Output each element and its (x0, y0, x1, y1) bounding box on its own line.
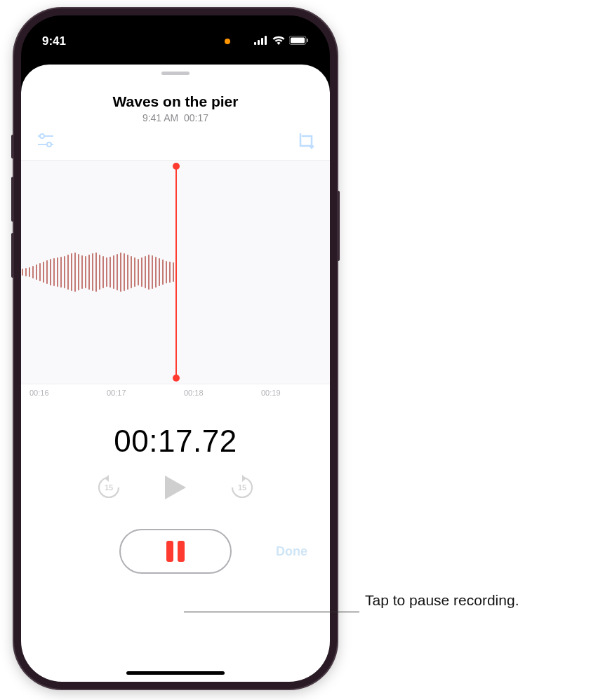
waveform-bar (162, 260, 164, 285)
waveform-bar (148, 255, 150, 290)
svg-point-8 (40, 134, 44, 138)
waveform-bar (131, 256, 132, 288)
waveform-bar (29, 267, 30, 277)
waveform-bar (46, 260, 48, 284)
waveform-bar (138, 259, 139, 285)
waveform-bar (95, 253, 97, 292)
skip-forward-15-button[interactable]: 15 (230, 475, 255, 503)
waveform-bar (43, 262, 44, 283)
pause-recording-button[interactable] (119, 529, 232, 574)
waveform-bar (39, 263, 41, 281)
waveform-bar (166, 261, 167, 283)
recording-time-label: 9:41 AM (142, 112, 178, 123)
waveform-bar (127, 255, 128, 290)
waveform-bar (71, 253, 72, 291)
svg-rect-1 (258, 40, 260, 45)
waveform-bar (25, 268, 27, 276)
waveform-bar (92, 253, 93, 291)
time-ruler: 00:16 00:17 00:18 00:19 (21, 384, 330, 404)
waveform-bar (88, 255, 90, 290)
dynamic-island (131, 31, 220, 56)
screen: 9:41 Waves on the pier 9:41 AM 00:17 (21, 15, 330, 682)
status-time: 9:41 (42, 34, 66, 48)
trim-icon[interactable] (298, 133, 314, 153)
waveform-bar (74, 253, 76, 292)
svg-rect-5 (291, 38, 305, 43)
waveform-bar (120, 253, 121, 292)
waveform-bar (32, 266, 34, 278)
waveform-bar (117, 254, 118, 290)
ruler-tick: 00:18 (175, 389, 253, 397)
recording-subtitle: 9:41 AM 00:17 (21, 112, 330, 123)
ruler-tick: 00:17 (98, 389, 175, 397)
options-icon[interactable] (36, 133, 55, 153)
sheet-grabber[interactable] (161, 72, 190, 75)
waveform-bar (36, 264, 37, 280)
waveform-bar (141, 257, 142, 287)
waveform-bar (169, 262, 171, 283)
waveform-bar (106, 257, 107, 287)
edit-toolbar (21, 123, 330, 160)
playback-controls: 15 15 (21, 474, 330, 504)
annotation-text: Tap to pause recording. (365, 591, 519, 610)
pause-icon (166, 541, 185, 562)
waveform-bar (109, 257, 111, 288)
home-indicator[interactable] (126, 671, 225, 675)
skip-back-15-button[interactable]: 15 (96, 475, 121, 503)
waveform-bar (57, 257, 58, 287)
wifi-icon (272, 34, 285, 48)
waveform-bar (145, 256, 146, 288)
svg-rect-3 (265, 36, 267, 45)
svg-text:15: 15 (238, 483, 246, 492)
waveform-bar (67, 255, 69, 290)
waveform-bar (102, 256, 104, 288)
waveform-bar (113, 255, 114, 289)
play-button[interactable] (164, 474, 187, 504)
battery-icon (289, 34, 309, 48)
waveform-bar (173, 262, 174, 282)
waveform-bar (22, 269, 23, 276)
waveform-bar (124, 253, 125, 291)
waveform-bar (50, 259, 51, 285)
waveform-bar (134, 257, 135, 287)
waveform-bar (99, 255, 100, 290)
annotation-leader-line (184, 612, 359, 612)
waveform-bar (60, 257, 62, 288)
ruler-tick: 00:16 (21, 389, 98, 397)
cellular-icon (254, 34, 268, 48)
waveform-bar (159, 258, 160, 286)
svg-rect-0 (254, 42, 256, 45)
waveform-bar (64, 256, 65, 288)
svg-rect-6 (307, 39, 308, 42)
waveform-bar (53, 258, 55, 286)
svg-point-10 (47, 142, 51, 147)
svg-text:15: 15 (105, 483, 113, 492)
svg-rect-2 (261, 38, 263, 45)
recording-sheet: Waves on the pier 9:41 AM 00:17 00: (21, 65, 330, 682)
waveform-display[interactable] (21, 160, 330, 384)
waveform-bar (85, 256, 86, 288)
done-button[interactable]: Done (276, 544, 307, 559)
elapsed-time: 00:17.72 (21, 424, 330, 459)
record-controls-row: Done (21, 529, 330, 579)
recording-title: Waves on the pier (21, 93, 330, 110)
waveform-bar (81, 255, 83, 289)
recording-indicator-dot (225, 39, 230, 44)
waveform-bar (152, 255, 153, 289)
playhead-indicator[interactable] (175, 166, 177, 378)
recording-duration-label: 00:17 (184, 112, 208, 123)
waveform-bar (78, 254, 79, 290)
ruler-tick: 00:19 (253, 389, 330, 397)
iphone-frame: 9:41 Waves on the pier 9:41 AM 00:17 (14, 8, 337, 689)
waveform-bar (155, 257, 157, 288)
